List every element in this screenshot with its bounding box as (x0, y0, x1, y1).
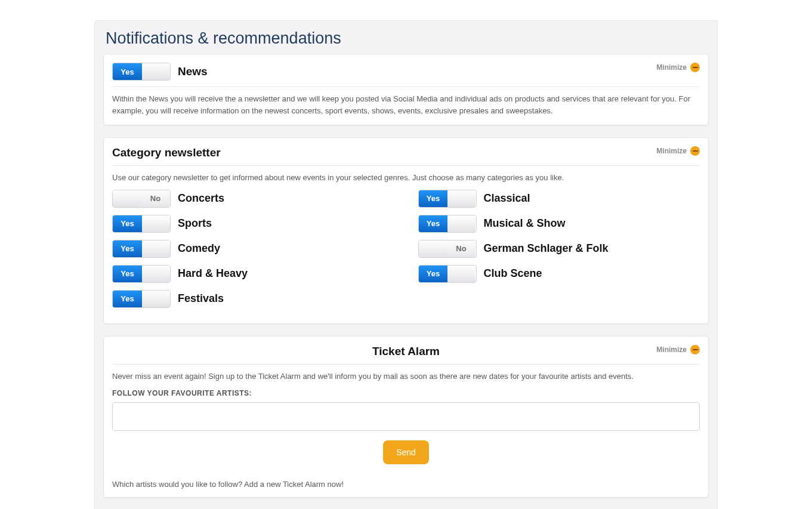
category-option: YesHard & Heavy (112, 265, 394, 283)
category-option: YesFestivals (112, 290, 394, 308)
follow-label: FOLLOW YOUR FAVOURITE ARTISTS: (112, 389, 700, 397)
minimize-icon (690, 345, 700, 354)
news-panel: Yes News Minimize Within the News you wi… (103, 54, 709, 125)
category-col-right: YesClassicalYesMusical & ShowNoGerman Sc… (418, 190, 700, 315)
category-panel-head: Category newsletter Minimize (112, 146, 700, 165)
send-row: Send (112, 440, 700, 464)
category-label: German Schlager & Folk (484, 242, 609, 255)
category-option: YesClub Scene (418, 265, 700, 283)
toggle-label: No (141, 190, 170, 207)
minimize-label: Minimize (656, 63, 687, 72)
category-toggle[interactable]: Yes (112, 265, 171, 283)
category-toggle[interactable]: Yes (418, 190, 477, 208)
toggle-label: Yes (113, 266, 142, 282)
toggle-knob (142, 215, 170, 232)
category-title: Category newsletter (112, 146, 221, 159)
toggle-knob (447, 190, 476, 207)
minimize-icon (690, 63, 700, 72)
category-columns: NoConcertsYesSportsYesComedyYesHard & He… (112, 190, 700, 315)
news-panel-head: Yes News Minimize (112, 63, 700, 87)
category-label: Classical (484, 192, 530, 205)
ticket-panel-head: Ticket Alarm Minimize (112, 345, 700, 364)
toggle-knob (113, 190, 141, 207)
ticket-footer: Which artists would you like to follow? … (112, 480, 700, 489)
toggle-knob (447, 215, 476, 232)
minimize-button[interactable]: Minimize (656, 146, 700, 156)
category-label: Club Scene (484, 267, 542, 280)
ticket-panel: Ticket Alarm Minimize Never miss an even… (103, 336, 709, 498)
divider (112, 364, 700, 365)
send-button[interactable]: Send (383, 440, 429, 464)
category-option: YesClassical (418, 190, 700, 208)
category-toggle[interactable]: Yes (112, 215, 171, 233)
toggle-label: Yes (113, 63, 142, 80)
category-toggle[interactable]: Yes (112, 290, 171, 308)
category-option: YesMusical & Show (418, 215, 700, 233)
toggle-label: Yes (113, 215, 142, 232)
toggle-label: Yes (419, 190, 448, 207)
toggle-knob (419, 240, 447, 257)
toggle-label: Yes (419, 215, 448, 232)
category-option: NoGerman Schlager & Folk (418, 240, 700, 258)
news-toggle[interactable]: Yes (112, 63, 171, 81)
category-label: Sports (178, 217, 212, 230)
minimize-icon (690, 146, 700, 156)
ticket-title: Ticket Alarm (112, 345, 700, 358)
divider (112, 87, 700, 87)
divider (112, 165, 700, 166)
toggle-knob (447, 266, 476, 282)
toggle-knob (142, 291, 170, 307)
category-label: Festivals (178, 292, 224, 305)
category-label: Comedy (178, 242, 220, 255)
category-toggle[interactable]: Yes (418, 215, 477, 233)
toggle-label: Yes (419, 266, 448, 282)
news-desc: Within the News you will receive the a n… (112, 93, 700, 116)
artist-input[interactable] (112, 402, 700, 431)
category-label: Musical & Show (484, 217, 566, 230)
preferences-page: Notifications & recommendations Yes News… (94, 20, 718, 509)
category-option: YesComedy (112, 240, 394, 258)
category-desc: Use our category newsletter to get infor… (112, 172, 700, 184)
category-col-left: NoConcertsYesSportsYesComedyYesHard & He… (112, 190, 394, 315)
ticket-desc: Never miss an event again! Sign up to th… (112, 371, 700, 382)
category-panel: Category newsletter Minimize Use our cat… (103, 137, 709, 324)
toggle-label: Yes (113, 291, 142, 307)
minimize-label: Minimize (656, 147, 687, 155)
category-toggle[interactable]: No (418, 240, 477, 258)
minimize-button[interactable]: Minimize (656, 345, 700, 354)
category-option: YesSports (112, 215, 394, 233)
page-title: Notifications & recommendations (95, 21, 717, 54)
category-label: Hard & Heavy (178, 267, 248, 280)
toggle-knob (142, 63, 170, 80)
toggle-label: Yes (113, 240, 142, 257)
category-label: Concerts (178, 192, 224, 205)
minimize-label: Minimize (656, 345, 687, 354)
toggle-knob (142, 266, 170, 282)
category-toggle[interactable]: Yes (418, 265, 477, 283)
category-toggle[interactable]: No (112, 190, 171, 208)
category-option: NoConcerts (112, 190, 394, 208)
toggle-label: No (447, 240, 476, 257)
toggle-knob (142, 240, 170, 257)
minimize-button[interactable]: Minimize (656, 63, 700, 72)
news-title: News (178, 65, 208, 78)
category-toggle[interactable]: Yes (112, 240, 171, 258)
